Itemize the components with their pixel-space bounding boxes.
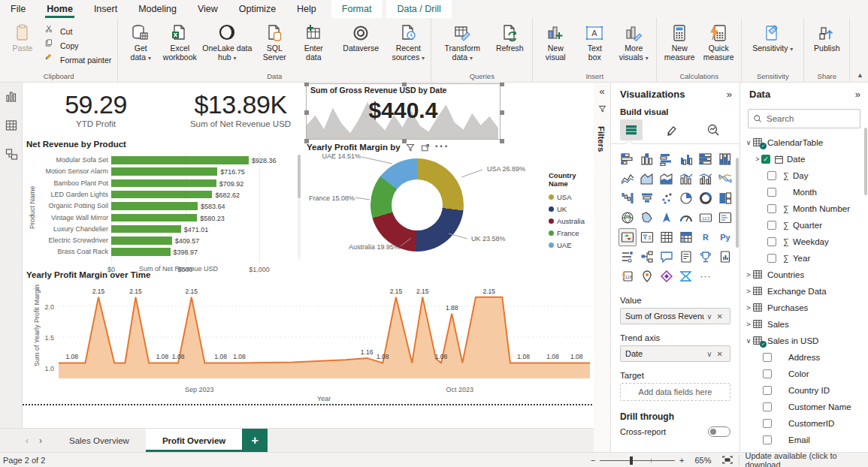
filters-pane-collapsed[interactable]: « Filters bbox=[594, 83, 611, 452]
legend-item[interactable]: USA bbox=[549, 191, 594, 203]
collapse-data-icon[interactable]: » bbox=[855, 89, 860, 100]
kpi-card-net-revenue[interactable]: $13.89K Sum of Net Revenue USD bbox=[173, 90, 308, 128]
ribbon-tab-home[interactable]: Home bbox=[36, 0, 83, 18]
field-month[interactable]: Month bbox=[740, 184, 868, 200]
matrix-icon[interactable] bbox=[677, 228, 695, 246]
bar[interactable] bbox=[111, 179, 216, 188]
new-visual-button[interactable]: Newvisual bbox=[536, 21, 575, 62]
legend-item[interactable]: Australia bbox=[549, 215, 594, 227]
ribbon-tab-format[interactable]: Format bbox=[331, 0, 383, 18]
field-checkbox[interactable] bbox=[763, 353, 772, 362]
waterfall-chart-icon[interactable] bbox=[618, 189, 637, 207]
cut-button[interactable]: Cut bbox=[42, 24, 114, 38]
line-chart-icon[interactable] bbox=[618, 170, 637, 188]
ribbon-tab-view[interactable]: View bbox=[187, 0, 228, 18]
clustered-bar-chart-icon[interactable] bbox=[658, 150, 676, 168]
paginated-report-icon[interactable] bbox=[716, 248, 734, 266]
selection-handle[interactable] bbox=[304, 110, 309, 115]
field-dropdown-icon[interactable]: ∨ bbox=[704, 312, 714, 321]
power-apps-icon[interactable] bbox=[658, 267, 676, 285]
bar[interactable] bbox=[111, 237, 172, 245]
page-tab-sales-overview[interactable]: Sales Overview bbox=[53, 429, 146, 452]
report-view-icon[interactable] bbox=[0, 83, 23, 111]
remove-field-icon[interactable]: ✕ bbox=[715, 312, 725, 321]
expand-filters-icon[interactable]: « bbox=[594, 83, 610, 97]
field-checkbox[interactable] bbox=[763, 386, 772, 395]
search-input[interactable]: Search bbox=[748, 109, 860, 128]
cross-report-toggle[interactable] bbox=[708, 426, 730, 437]
arcgis-map-icon[interactable] bbox=[638, 267, 656, 285]
onelake-data-hub-button[interactable]: OneLake datahub ▾ bbox=[199, 21, 255, 63]
excel-workbook-button[interactable]: Excelworkbook bbox=[160, 21, 199, 62]
field-color[interactable]: Color bbox=[740, 366, 868, 382]
paste-button[interactable]: Paste bbox=[3, 21, 42, 53]
ribbon-tab-optimize[interactable]: Optimize bbox=[228, 0, 286, 18]
line-and-clustered-column-chart-icon[interactable] bbox=[697, 170, 715, 188]
selection-handle[interactable] bbox=[500, 139, 504, 143]
zoom-slider[interactable] bbox=[600, 460, 675, 461]
bar[interactable] bbox=[111, 191, 212, 199]
azure-map-icon[interactable] bbox=[658, 209, 676, 227]
zoom-in-button[interactable]: + bbox=[679, 456, 684, 465]
trend-axis-field-pill[interactable]: Date ∨ ✕ bbox=[620, 345, 730, 362]
report-canvas[interactable]: 59.29 YTD Profit $13.89K Sum of Net Reve… bbox=[23, 83, 594, 428]
transform-data-button[interactable]: Transformdata ▾ bbox=[434, 21, 490, 63]
field-checkbox[interactable] bbox=[767, 171, 776, 180]
field-checkbox[interactable] bbox=[767, 237, 776, 246]
field-checkbox[interactable]: ✓ bbox=[761, 155, 770, 164]
collapse-chevron-icon[interactable]: ∨ bbox=[745, 337, 752, 345]
100-stacked-column-chart-icon[interactable] bbox=[716, 150, 734, 168]
scatter-chart-icon[interactable] bbox=[658, 189, 676, 207]
field-day[interactable]: ∑Day bbox=[740, 167, 868, 184]
table-view-icon[interactable] bbox=[0, 111, 23, 140]
new-measure-button[interactable]: Newmeasure bbox=[660, 21, 699, 62]
qa-visual-icon[interactable] bbox=[658, 248, 676, 266]
field-quarter[interactable]: ∑Quarter bbox=[740, 217, 868, 234]
field-checkbox[interactable] bbox=[767, 188, 776, 197]
table-sales[interactable]: ˃ Sales bbox=[740, 316, 868, 333]
zoom-out-button[interactable]: − bbox=[591, 456, 595, 465]
slicer-icon[interactable] bbox=[638, 228, 656, 246]
field-customer-name[interactable]: Customer Name bbox=[740, 399, 868, 415]
next-page-arrow-icon[interactable]: › bbox=[39, 435, 42, 446]
area-chart-icon[interactable] bbox=[638, 170, 656, 188]
page-tab-profit-overview[interactable]: Profit Overview bbox=[146, 429, 242, 452]
r-script-visual-icon[interactable]: R bbox=[697, 228, 715, 246]
publish-button[interactable]: Publish bbox=[807, 21, 846, 53]
field-address[interactable]: Address bbox=[740, 349, 868, 366]
ribbon-tab-insert[interactable]: Insert bbox=[83, 0, 128, 18]
table-exchange-data[interactable]: ˃ Exchange Data bbox=[740, 283, 868, 300]
field-dropdown-icon[interactable]: ∨ bbox=[704, 350, 714, 358]
target-empty-well[interactable]: Add data fields here bbox=[620, 383, 730, 401]
ribbon-chart-icon[interactable] bbox=[716, 170, 734, 188]
bar[interactable] bbox=[111, 214, 197, 222]
decomposition-tree-icon[interactable] bbox=[638, 248, 656, 266]
expand-chevron-icon[interactable]: ˃ bbox=[745, 321, 752, 328]
ribbon-tab-data-drill[interactable]: Data / Drill bbox=[386, 0, 451, 18]
field-checkbox[interactable] bbox=[767, 254, 776, 263]
ribbon-tab-modeling[interactable]: Modeling bbox=[128, 0, 187, 18]
field-checkbox[interactable] bbox=[763, 419, 772, 428]
100-stacked-bar-chart-icon[interactable] bbox=[697, 150, 715, 168]
field-weekday[interactable]: ∑Weekday bbox=[740, 234, 868, 250]
value-field-pill[interactable]: Sum of Gross Revenu... ∨ ✕ bbox=[620, 308, 730, 324]
map-icon[interactable] bbox=[618, 209, 637, 227]
table-countries[interactable]: ˃ Countries bbox=[740, 267, 868, 283]
selection-handle[interactable] bbox=[500, 83, 504, 86]
more-visuals-button[interactable]: Morevisuals ▾ bbox=[614, 21, 653, 63]
legend-item[interactable]: UK bbox=[549, 203, 594, 215]
quick-measure-button[interactable]: Quickmeasure bbox=[699, 21, 738, 62]
table-purchases[interactable]: ˃ Purchases bbox=[740, 300, 868, 316]
field-checkbox[interactable] bbox=[763, 435, 772, 444]
quick-measure-icon[interactable]: 123 bbox=[618, 267, 637, 285]
donut-chart[interactable] bbox=[370, 158, 464, 252]
treemap-icon[interactable] bbox=[716, 189, 734, 207]
metrics-icon[interactable] bbox=[697, 248, 715, 266]
table-calendartable[interactable]: ∨ ✓CalendarTable bbox=[740, 134, 868, 151]
bar[interactable] bbox=[111, 202, 198, 210]
bar[interactable] bbox=[111, 156, 249, 164]
key-influencers-icon[interactable] bbox=[618, 248, 637, 266]
field-checkbox[interactable] bbox=[767, 204, 776, 213]
kpi-icon[interactable] bbox=[618, 228, 637, 246]
field-month-number[interactable]: ∑Month Number bbox=[740, 200, 868, 217]
